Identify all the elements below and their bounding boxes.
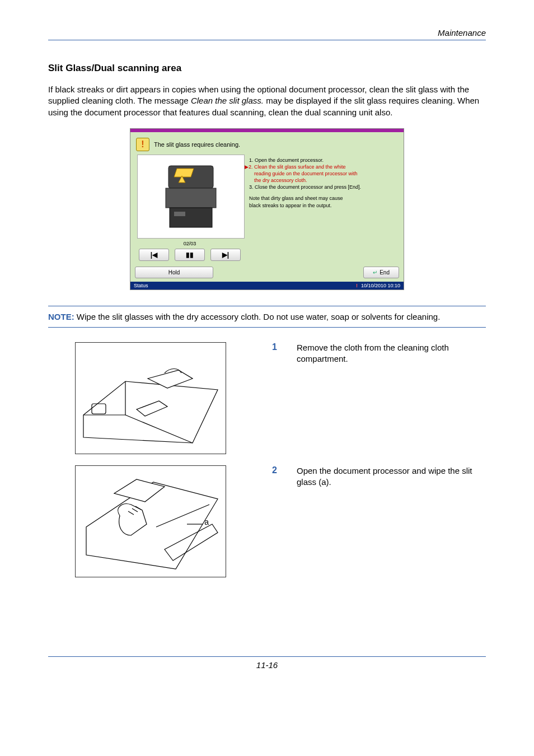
step-2-text: Open the document processor and wipe the…: [297, 465, 486, 488]
cloth-compartment-illustration-icon: [81, 348, 221, 449]
svg-rect-6: [92, 404, 106, 414]
svg-rect-3: [166, 188, 216, 208]
alert-mini-icon: !: [356, 283, 358, 288]
screen-message: The slit glass requires cleaning.: [154, 141, 240, 148]
svg-rect-4: [170, 208, 212, 227]
step-1-figure: [75, 342, 226, 454]
step-2-row: a 2 Open the document processor and wipe…: [48, 465, 486, 577]
step-2-figure: a: [75, 465, 226, 577]
step-2-number: 2: [272, 465, 282, 475]
page-footer: 11-16: [48, 656, 486, 670]
status-datetime: 10/10/2010 10:10: [361, 283, 400, 288]
hold-button[interactable]: Hold: [135, 267, 213, 278]
screen-step-1: 1. Open the document processor.: [249, 157, 396, 164]
skip-back-icon: |◀: [151, 251, 157, 259]
section-title: Slit Glass/Dual scanning area: [48, 63, 486, 74]
alert-glyph: !: [141, 139, 144, 150]
screen-step-3: 3. Close the document processor and pres…: [249, 184, 396, 190]
callout-a: a: [204, 517, 209, 526]
screen-instructions: 1. Open the document processor. ▶ 2. Cle…: [248, 155, 400, 264]
step-counter: 02/03: [134, 240, 246, 248]
intro-paragraph: If black streaks or dirt appears in copi…: [48, 84, 486, 118]
end-label: End: [380, 269, 390, 276]
enter-icon: ↵: [373, 269, 377, 276]
screen-note-line1: Note that dirty glass and sheet may caus…: [249, 195, 396, 202]
note-text: Wipe the slit glasses with the dry acces…: [74, 312, 441, 321]
screen-step-2-line2: reading guide on the document processor …: [249, 170, 358, 177]
hold-label: Hold: [168, 269, 180, 276]
step-1-text: Remove the cloth from the cleaning cloth…: [297, 342, 486, 365]
intro-italic: Clean the slit glass.: [191, 96, 264, 105]
step-1-number: 1: [272, 342, 282, 352]
skip-fwd-icon: ▶|: [222, 251, 229, 259]
page-header: Maintenance: [48, 28, 486, 40]
note-label: NOTE:: [48, 312, 74, 321]
step-1-row: 1 Remove the cloth from the cleaning clo…: [48, 342, 486, 454]
cleaning-diagram: [137, 155, 245, 239]
pointer-icon: ▶: [245, 164, 249, 184]
status-label: Status: [134, 283, 148, 288]
prev-button[interactable]: |◀: [139, 249, 169, 261]
svg-marker-1: [174, 169, 194, 177]
screen-step-2-line3: the dry accessory cloth.: [249, 177, 358, 184]
screen-step-2-line1: 2. Clean the slit glass surface and the …: [249, 164, 358, 170]
svg-rect-5: [174, 212, 185, 216]
note-block: NOTE: Wipe the slit glasses with the dry…: [48, 306, 486, 328]
printer-illustration-icon: [157, 160, 224, 233]
device-screen-mock: ! The slit glass requires cleaning.: [130, 128, 404, 290]
alert-icon: !: [136, 138, 149, 151]
next-button[interactable]: ▶|: [210, 249, 241, 261]
screen-note-line2: black streaks to appear in the output.: [249, 202, 396, 209]
status-bar: Status ! 10/10/2010 10:10: [130, 282, 404, 290]
page-number: 11-16: [48, 660, 486, 670]
wipe-slit-glass-illustration-icon: [81, 471, 221, 572]
breadcrumb: Maintenance: [48, 28, 486, 38]
pause-button[interactable]: ▮▮: [175, 249, 205, 261]
pause-icon: ▮▮: [186, 251, 194, 259]
end-button[interactable]: ↵ End: [363, 267, 399, 278]
